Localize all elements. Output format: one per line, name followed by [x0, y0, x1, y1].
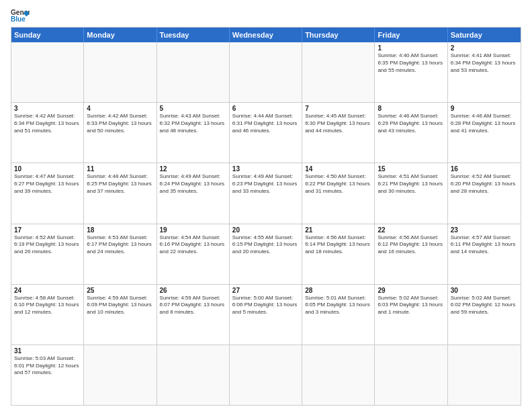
day-number: 14: [305, 165, 371, 173]
cal-cell: 10Sunrise: 4:47 AM Sunset: 6:27 PM Dayli…: [11, 163, 84, 223]
cal-cell: [84, 345, 157, 405]
sun-info: Sunrise: 5:00 AM Sunset: 6:06 PM Dayligh…: [232, 295, 299, 316]
sun-info: Sunrise: 5:02 AM Sunset: 6:02 PM Dayligh…: [451, 295, 518, 316]
cal-cell: 25Sunrise: 4:59 AM Sunset: 6:09 PM Dayli…: [84, 285, 157, 345]
sun-info: Sunrise: 4:57 AM Sunset: 6:11 PM Dayligh…: [451, 234, 518, 256]
day-number: 22: [378, 226, 444, 234]
cal-cell: 5Sunrise: 4:43 AM Sunset: 6:32 PM Daylig…: [157, 103, 230, 163]
cal-cell: [230, 345, 302, 405]
day-number: 9: [451, 105, 518, 112]
day-number: 5: [160, 105, 226, 112]
day-number: 29: [378, 287, 444, 294]
day-number: 24: [14, 287, 81, 294]
cal-cell: 26Sunrise: 4:59 AM Sunset: 6:07 PM Dayli…: [157, 285, 230, 345]
day-number: 16: [451, 165, 518, 173]
calendar-body: 1Sunrise: 4:40 AM Sunset: 6:35 PM Daylig…: [11, 42, 521, 405]
day-number: 15: [378, 165, 444, 173]
cal-cell: 8Sunrise: 4:46 AM Sunset: 6:29 PM Daylig…: [375, 103, 447, 163]
sun-info: Sunrise: 4:46 AM Sunset: 6:28 PM Dayligh…: [451, 113, 518, 134]
day-number: 30: [451, 287, 518, 294]
cal-cell: 16Sunrise: 4:52 AM Sunset: 6:20 PM Dayli…: [448, 163, 521, 223]
cal-cell: 3Sunrise: 4:42 AM Sunset: 6:34 PM Daylig…: [11, 103, 84, 163]
day-number: 23: [451, 226, 518, 234]
cal-cell: [375, 345, 447, 405]
cal-cell: 30Sunrise: 5:02 AM Sunset: 6:02 PM Dayli…: [448, 285, 521, 345]
page: General Blue SundayMondayTuesdayWednesda…: [0, 0, 532, 411]
cal-cell: 27Sunrise: 5:00 AM Sunset: 6:06 PM Dayli…: [230, 285, 302, 345]
cal-cell: 11Sunrise: 4:48 AM Sunset: 6:25 PM Dayli…: [84, 163, 157, 223]
sun-info: Sunrise: 4:43 AM Sunset: 6:32 PM Dayligh…: [160, 113, 226, 134]
cal-cell: 9Sunrise: 4:46 AM Sunset: 6:28 PM Daylig…: [448, 103, 521, 163]
sun-info: Sunrise: 4:55 AM Sunset: 6:15 PM Dayligh…: [232, 234, 299, 256]
sun-info: Sunrise: 4:46 AM Sunset: 6:29 PM Dayligh…: [378, 113, 444, 134]
calendar-row-0: 1Sunrise: 4:40 AM Sunset: 6:35 PM Daylig…: [11, 42, 521, 102]
day-number: 31: [14, 347, 81, 355]
header-cell-friday: Friday: [375, 28, 447, 42]
cal-cell: 20Sunrise: 4:55 AM Sunset: 6:15 PM Dayli…: [230, 224, 302, 284]
logo: General Blue: [11, 8, 30, 23]
sun-info: Sunrise: 4:54 AM Sunset: 6:16 PM Dayligh…: [160, 234, 226, 256]
day-number: 25: [87, 287, 153, 294]
day-number: 12: [160, 165, 226, 173]
svg-text:Blue: Blue: [11, 15, 26, 23]
sun-info: Sunrise: 4:52 AM Sunset: 6:20 PM Dayligh…: [451, 173, 518, 195]
day-number: 26: [160, 287, 226, 294]
day-number: 18: [87, 226, 153, 234]
cal-cell: 28Sunrise: 5:01 AM Sunset: 6:05 PM Dayli…: [302, 285, 375, 345]
day-number: 6: [232, 105, 299, 112]
header-cell-saturday: Saturday: [448, 28, 521, 42]
sun-info: Sunrise: 5:01 AM Sunset: 6:05 PM Dayligh…: [305, 295, 371, 316]
day-number: 17: [14, 226, 81, 234]
day-number: 20: [232, 226, 299, 234]
cal-cell: [11, 42, 84, 102]
cal-cell: 14Sunrise: 4:50 AM Sunset: 6:22 PM Dayli…: [302, 163, 375, 223]
cal-cell: 2Sunrise: 4:41 AM Sunset: 6:34 PM Daylig…: [448, 42, 521, 102]
cal-cell: 22Sunrise: 4:56 AM Sunset: 6:12 PM Dayli…: [375, 224, 447, 284]
day-number: 27: [232, 287, 299, 294]
sun-info: Sunrise: 5:02 AM Sunset: 6:03 PM Dayligh…: [378, 295, 444, 316]
sun-info: Sunrise: 4:56 AM Sunset: 6:14 PM Dayligh…: [305, 234, 371, 256]
cal-cell: [157, 42, 230, 102]
day-number: 8: [378, 105, 444, 112]
sun-info: Sunrise: 4:59 AM Sunset: 6:07 PM Dayligh…: [160, 295, 226, 316]
day-number: 7: [305, 105, 371, 112]
day-number: 2: [451, 44, 518, 52]
calendar-row-5: 31Sunrise: 5:03 AM Sunset: 6:01 PM Dayli…: [11, 345, 521, 405]
sun-info: Sunrise: 4:51 AM Sunset: 6:21 PM Dayligh…: [378, 173, 444, 195]
cal-cell: 29Sunrise: 5:02 AM Sunset: 6:03 PM Dayli…: [375, 285, 447, 345]
calendar-row-2: 10Sunrise: 4:47 AM Sunset: 6:27 PM Dayli…: [11, 163, 521, 223]
cal-cell: 7Sunrise: 4:45 AM Sunset: 6:30 PM Daylig…: [302, 103, 375, 163]
sun-info: Sunrise: 4:45 AM Sunset: 6:30 PM Dayligh…: [305, 113, 371, 134]
calendar: SundayMondayTuesdayWednesdayThursdayFrid…: [11, 27, 521, 406]
cal-cell: 18Sunrise: 4:53 AM Sunset: 6:17 PM Dayli…: [84, 224, 157, 284]
calendar-header: SundayMondayTuesdayWednesdayThursdayFrid…: [11, 28, 521, 42]
day-number: 19: [160, 226, 226, 234]
cal-cell: 12Sunrise: 4:49 AM Sunset: 6:24 PM Dayli…: [157, 163, 230, 223]
cal-cell: [302, 345, 375, 405]
sun-info: Sunrise: 4:52 AM Sunset: 6:19 PM Dayligh…: [14, 234, 81, 256]
day-number: 13: [232, 165, 299, 173]
sun-info: Sunrise: 4:41 AM Sunset: 6:34 PM Dayligh…: [451, 52, 518, 74]
cal-cell: 21Sunrise: 4:56 AM Sunset: 6:14 PM Dayli…: [302, 224, 375, 284]
sun-info: Sunrise: 4:40 AM Sunset: 6:35 PM Dayligh…: [378, 52, 444, 74]
cal-cell: 24Sunrise: 4:58 AM Sunset: 6:10 PM Dayli…: [11, 285, 84, 345]
cal-cell: 23Sunrise: 4:57 AM Sunset: 6:11 PM Dayli…: [448, 224, 521, 284]
cal-cell: 17Sunrise: 4:52 AM Sunset: 6:19 PM Dayli…: [11, 224, 84, 284]
header: General Blue: [11, 8, 521, 23]
header-cell-sunday: Sunday: [11, 28, 84, 42]
calendar-row-3: 17Sunrise: 4:52 AM Sunset: 6:19 PM Dayli…: [11, 224, 521, 284]
day-number: 10: [14, 165, 81, 173]
calendar-row-4: 24Sunrise: 4:58 AM Sunset: 6:10 PM Dayli…: [11, 284, 521, 345]
sun-info: Sunrise: 4:48 AM Sunset: 6:25 PM Dayligh…: [87, 173, 153, 195]
cal-cell: 6Sunrise: 4:44 AM Sunset: 6:31 PM Daylig…: [230, 103, 302, 163]
cal-cell: [84, 42, 157, 102]
sun-info: Sunrise: 4:59 AM Sunset: 6:09 PM Dayligh…: [87, 295, 153, 316]
cal-cell: [230, 42, 302, 102]
cal-cell: 19Sunrise: 4:54 AM Sunset: 6:16 PM Dayli…: [157, 224, 230, 284]
header-cell-wednesday: Wednesday: [230, 28, 302, 42]
header-cell-tuesday: Tuesday: [157, 28, 230, 42]
day-number: 28: [305, 287, 371, 294]
cal-cell: [157, 345, 230, 405]
cal-cell: 1Sunrise: 4:40 AM Sunset: 6:35 PM Daylig…: [375, 42, 447, 102]
day-number: 1: [378, 44, 444, 52]
